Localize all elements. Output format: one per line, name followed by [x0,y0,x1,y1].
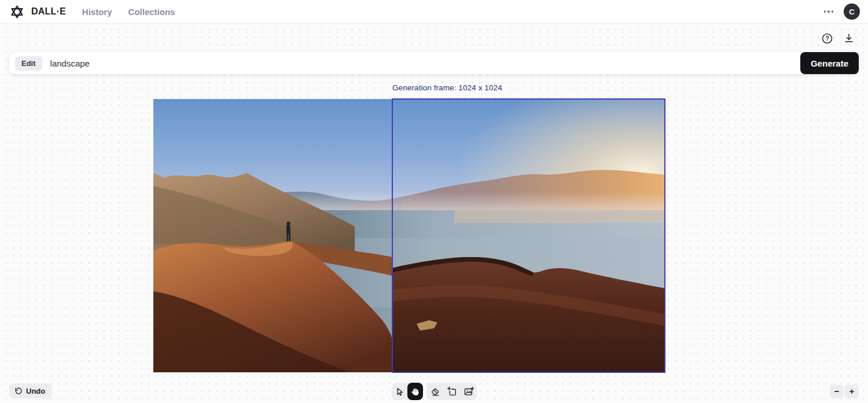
undo-label: Undo [26,387,45,395]
generation-frame-tool-button[interactable] [443,383,460,400]
generation-frame[interactable] [392,98,665,373]
nav-right-group: C [822,3,860,20]
tool-groups [392,383,477,400]
help-icon[interactable]: ? [821,32,833,45]
overflow-menu-icon[interactable] [822,8,836,15]
generate-button[interactable]: Generate [800,52,859,74]
prompt-bar: Edit landscape Generate [9,52,859,74]
add-image-icon [464,386,474,397]
dalle-editor-page: Generation frame: 1024 x 1024 DALL·E His… [0,0,868,403]
zoom-out-button[interactable]: − [830,384,844,398]
undo-icon [14,387,23,395]
pointer-tool-group [392,383,423,400]
svg-text:?: ? [825,35,829,42]
select-cursor-icon [395,387,404,397]
app-title[interactable]: DALL·E [31,6,66,17]
nav-collections[interactable]: Collections [128,7,175,17]
download-icon[interactable] [843,32,855,45]
eraser-icon [430,386,440,397]
pan-tool-button[interactable] [407,383,423,400]
user-avatar[interactable]: C [844,3,860,20]
openai-logo-icon[interactable] [9,4,24,19]
hand-icon [410,387,420,397]
undo-button[interactable]: Undo [9,383,52,398]
zoom-controls: − + [830,384,859,398]
frame-tool-icon [447,386,457,397]
nav-history[interactable]: History [82,7,112,17]
edit-tool-group [426,383,477,400]
prompt-input[interactable]: landscape [50,58,800,68]
generation-frame-label: Generation frame: 1024 x 1024 [392,83,502,92]
edit-badge[interactable]: Edit [15,56,42,71]
canvas-actions: ? [821,32,855,45]
top-nav: DALL·E History Collections C [0,0,868,24]
eraser-tool-button[interactable] [426,383,443,400]
add-image-tool-button[interactable] [460,383,477,400]
select-tool-button[interactable] [392,383,407,400]
zoom-in-button[interactable]: + [845,384,859,398]
